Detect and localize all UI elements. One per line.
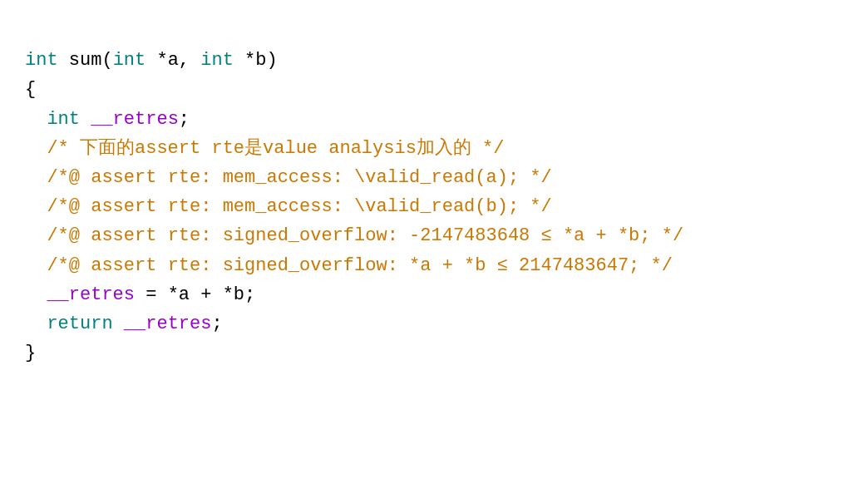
code-token-plain: ; [211, 314, 222, 334]
code-token-plain [25, 314, 47, 334]
code-token-kw: return [47, 314, 112, 334]
code-line: int __retres; [25, 105, 843, 134]
code-line: /*@ assert rte: mem_access: \valid_read(… [25, 163, 843, 192]
code-token-comment-assert: /*@ assert rte: signed_overflow: -214748… [25, 225, 683, 246]
code-token-plain [80, 109, 91, 130]
code-token-plain: *a, [145, 50, 200, 71]
code-line: __retres = *a + *b; [25, 280, 843, 309]
code-line: { [25, 75, 843, 104]
code-line: return __retres; [25, 309, 843, 338]
code-token-plain: } [25, 343, 36, 363]
code-token-comment-assert: /*@ assert rte: signed_overflow: *a + *b… [25, 255, 673, 276]
code-line: /*@ assert rte: signed_overflow: -214748… [25, 221, 843, 250]
code-token-plain [113, 314, 124, 334]
code-line: int sum(int *a, int *b) [25, 46, 843, 75]
code-token-var: __retres [47, 284, 135, 305]
code-token-kw: int [47, 109, 80, 130]
code-token-var: __retres [124, 314, 212, 334]
code-line: /*@ assert rte: mem_access: \valid_read(… [25, 192, 843, 221]
code-token-kw: int [200, 50, 234, 71]
code-token-comment-assert: /*@ assert rte: mem_access: \valid_read(… [25, 167, 552, 188]
code-token-kw: int [25, 50, 58, 71]
code-token-plain: *b) [234, 50, 278, 71]
code-token-plain: ; [179, 109, 190, 130]
code-token-kw: int [113, 50, 146, 71]
code-token-plain [25, 109, 47, 130]
code-token-plain: sum( [58, 50, 113, 71]
code-token-plain: = *a + *b; [135, 284, 255, 305]
code-token-var: __retres [91, 109, 179, 130]
code-line: /* 下面的assert rte是value analysis加入的 */ [25, 134, 843, 163]
code-token-plain: { [25, 79, 36, 100]
code-token-plain [25, 284, 47, 305]
code-token-comment-assert: /*@ assert rte: mem_access: \valid_read(… [25, 196, 552, 217]
code-block: int sum(int *a, int *b){ int __retres; /… [25, 17, 843, 368]
code-token-comment-normal: /* 下面的assert rte是value analysis加入的 */ [25, 138, 504, 159]
code-line: } [25, 338, 843, 368]
code-line: /*@ assert rte: signed_overflow: *a + *b… [25, 251, 843, 280]
